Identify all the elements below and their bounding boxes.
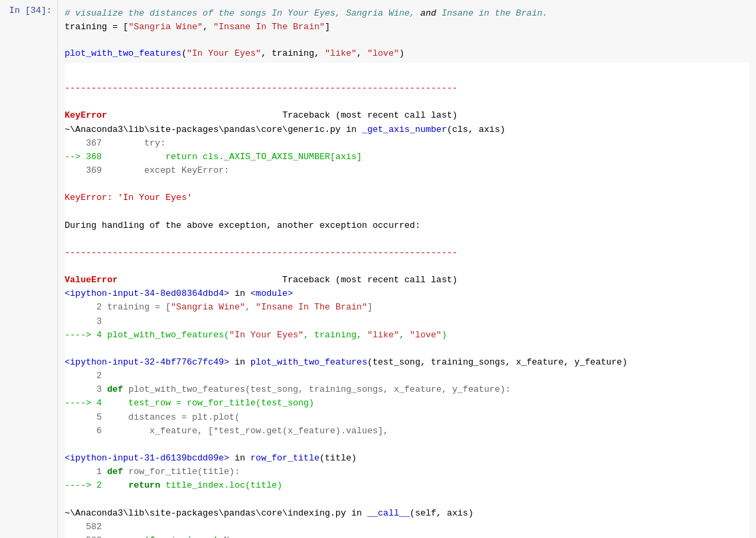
- file-path-4: <ipython-input-31-d6139bcdd09e> in row_f…: [65, 453, 357, 463]
- error-header-1: KeyError Traceback (most recent call las…: [65, 110, 457, 120]
- code-line-4: plot_with_two_features("In Your Eyes", t…: [65, 48, 404, 58]
- cell-content: # visualize the distances of the songs I…: [58, 0, 756, 538]
- cell-label-text: In [34]:: [10, 5, 52, 16]
- output-area: ----------------------------------------…: [65, 63, 749, 538]
- during-handling: During handling of the above exception, …: [65, 220, 421, 231]
- file-path-3: <ipython-input-32-4bf776c7fc49> in plot_…: [65, 357, 627, 367]
- line-369: 369 except KeyError:: [65, 165, 229, 175]
- cell-label: In [34]:: [0, 0, 58, 538]
- line-5-b2: 5 distances = plt.plot(: [65, 412, 240, 422]
- arrow-4-b1: ----> 4 plot_with_two_features("In Your …: [65, 330, 447, 340]
- divider-line-1: ----------------------------------------…: [65, 82, 749, 95]
- notebook-cell: In [34]: # visualize the distances of th…: [0, 0, 756, 538]
- code-line-2: training = ["Sangria Wine", "Insane In T…: [65, 22, 330, 32]
- line-3-b2: 3 def plot_with_two_features(test_song, …: [65, 384, 510, 394]
- arrow-368: --> 368 return cls._AXIS_TO_AXIS_NUMBER[…: [65, 152, 362, 162]
- file-path-5: ~\Anaconda3\lib\site-packages\pandas\cor…: [65, 508, 474, 518]
- line-6-b2: 6 x_feature, [*test_row.get(x_feature).v…: [65, 426, 389, 436]
- code-input: # visualize the distances of the songs I…: [65, 4, 749, 63]
- comment-line: # visualize the distances of the songs I…: [65, 8, 548, 18]
- error-header-2: ValueError Traceback (most recent call l…: [65, 275, 457, 285]
- line-3-b1: 3: [65, 316, 102, 326]
- arrow-2-b3: ----> 2 return title_index.loc(title): [65, 480, 282, 490]
- line-367: 367 try:: [65, 138, 165, 148]
- line-1-b3: 1 def row_for_title(title):: [65, 467, 240, 477]
- line-2-b2: 2: [65, 371, 102, 381]
- divider-line-2: ----------------------------------------…: [65, 246, 749, 260]
- key-error-msg: KeyError: 'In Your Eyes': [65, 192, 192, 203]
- arrow-4-b2: ----> 4 test_row = row_for_title(test_so…: [65, 398, 314, 408]
- line-2-b1: 2 training = ["Sangria Wine", "Insane In…: [65, 302, 373, 312]
- file-path-2: <ipython-input-34-8ed08364dbd4> in <modu…: [65, 288, 293, 299]
- line-583: 583 if axis is not None:: [65, 535, 250, 538]
- file-path-1: ~\Anaconda3\lib\site-packages\pandas\cor…: [65, 124, 506, 135]
- line-582: 582: [65, 522, 102, 532]
